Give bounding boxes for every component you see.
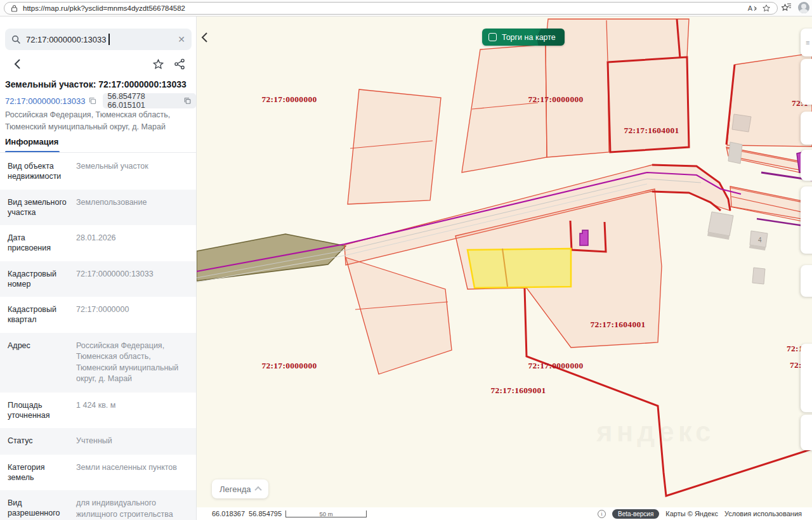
map-statusbar: 66.018367 56.854795 50 m i Beta-версия К… — [197, 507, 812, 520]
info-row: Вид земельного участкаЗемлепользование — [0, 190, 197, 226]
info-row-label: Категория земель — [8, 462, 67, 483]
info-row-label: Кадастровый квартал — [8, 304, 67, 325]
info-row: Площадь уточненная1 424 кв. м — [0, 393, 197, 429]
tab-information[interactable]: Информация — [5, 137, 58, 152]
map-control-button[interactable] — [801, 112, 812, 145]
building-gray — [752, 268, 765, 284]
info-row-label: Адрес — [8, 341, 67, 385]
map-watermark: яндекс — [596, 416, 715, 448]
cadastral-quarter-label: 72:17:0000000 — [261, 94, 317, 105]
info-row-value: 72:17:0000000:13033 — [76, 269, 189, 290]
info-row-value: 28.01.2026 — [76, 233, 189, 254]
terms-link[interactable]: Условия использования — [724, 510, 802, 517]
map-control-button[interactable] — [801, 344, 812, 412]
search-icon — [11, 35, 21, 44]
info-row-label: Вид объекта недвижимости — [8, 161, 67, 182]
info-icon[interactable]: i — [598, 510, 606, 518]
legend-button[interactable]: Легенда — [212, 479, 268, 498]
favorite-star-icon[interactable] — [762, 4, 771, 13]
parcel-title: Земельный участок: 72:17:0000000:13033 — [5, 79, 195, 89]
cursor-coordinates: 66.018367 56.854795 — [212, 510, 282, 517]
chevron-up-icon — [255, 486, 262, 493]
info-row-value: 72:17:0000000 — [76, 304, 189, 325]
building-beige — [732, 114, 751, 132]
tab-bar: Информация — [0, 136, 197, 152]
cadastral-quarter-label: 72:17:0000000 — [528, 94, 583, 105]
search-box[interactable]: ✕ — [5, 29, 192, 50]
share-icon[interactable] — [171, 56, 188, 72]
map-control-button[interactable] — [801, 59, 812, 105]
cadastral-quarter-label: 72:17:0000000 — [528, 361, 583, 371]
text-caret — [108, 34, 110, 45]
parcel-address: Российская Федерация, Тюменская область,… — [5, 109, 190, 134]
info-row: Вид разрешенного использованиядля индиви… — [0, 490, 197, 520]
info-row-label: Вид земельного участка — [8, 197, 67, 218]
cadastral-map-layer: 4 — [197, 16, 812, 520]
info-row-value: 1 424 кв. м — [76, 400, 189, 421]
copy-icon[interactable] — [184, 97, 191, 105]
info-row-value: Учтенный — [76, 436, 189, 447]
clear-search-icon[interactable]: ✕ — [178, 35, 185, 44]
map-control-button[interactable] — [801, 150, 812, 181]
info-row: Кадастровый номер72:17:0000000:13033 — [0, 261, 197, 297]
cadastral-quarter-boundary[interactable] — [608, 57, 689, 152]
cadastral-quarter-label: 72:17:1604001 — [590, 320, 645, 330]
info-row-label: Площадь уточненная — [8, 400, 67, 421]
info-row: Категория земельЗемли населенных пунктов — [0, 455, 197, 491]
building-number-label: 4 — [758, 237, 762, 244]
parcel[interactable] — [462, 44, 547, 172]
info-row: Кадастровый квартал72:17:0000000 — [0, 297, 197, 333]
profile-avatar[interactable] — [798, 2, 809, 13]
info-row-value: Землепользование — [76, 197, 189, 218]
info-row: СтатусУчтенный — [0, 428, 197, 455]
parcel[interactable] — [346, 257, 452, 374]
lock-icon — [11, 4, 18, 12]
selected-parcel-highlight[interactable] — [468, 249, 571, 288]
coordinates-chip[interactable]: 56.854778 66.015101 — [103, 93, 196, 108]
info-row: АдресРоссийская Федерация, Тюменская обл… — [0, 333, 197, 393]
info-table: Вид объекта недвижимостиЗемельный участо… — [0, 153, 197, 520]
map-control-button[interactable] — [801, 265, 812, 297]
url-text: https://map.ru/pkk?ysclid=mnms4dyzdt5667… — [23, 4, 743, 12]
sidebar-panel: ✕ Земельный участок: 72:17:0000000:13033… — [0, 16, 197, 520]
info-row: Вид объекта недвижимостиЗемельный участо… — [0, 153, 197, 190]
read-aloud-icon[interactable]: A — [748, 4, 757, 12]
copy-icon[interactable] — [89, 97, 96, 105]
building-gray — [708, 212, 733, 236]
divider — [0, 152, 197, 153]
cadastral-number-link[interactable]: 72:17:0000000:13033 — [5, 96, 96, 106]
map-control-button[interactable] — [801, 186, 812, 254]
info-row-value: для индивидуального жилищного строительс… — [76, 498, 189, 520]
collections-icon[interactable] — [782, 3, 792, 13]
info-row-label: Кадастровый номер — [8, 269, 67, 290]
browser-topbar: https://map.ru/pkk?ysclid=mnms4dyzdt5667… — [0, 0, 812, 16]
building-gray — [728, 142, 742, 164]
auctions-checkbox[interactable] — [488, 33, 497, 41]
search-input[interactable] — [26, 35, 173, 44]
map-control-button[interactable] — [801, 415, 812, 450]
parcel[interactable] — [348, 89, 441, 204]
info-row-value: Земельный участок — [76, 161, 189, 182]
info-row-label: Дата присвоения — [8, 233, 67, 254]
auctions-toggle-button[interactable]: Торги на карте — [482, 29, 565, 46]
map-copyright[interactable]: Карты © Яндекс — [665, 510, 718, 517]
info-row-label: Вид разрешенного использования — [8, 498, 67, 520]
beta-badge: Beta-версия — [612, 509, 659, 519]
map-control-button[interactable]: ≡ — [801, 29, 812, 56]
cadastral-quarter-label: 72:17:1609001 — [490, 386, 546, 396]
scale-bar: 50 m — [285, 510, 367, 517]
cadastral-quarter-label: 72:17:1604001 — [624, 126, 679, 136]
sidebar-collapse-chevron[interactable] — [200, 32, 211, 43]
info-row-value: Земли населенных пунктов — [76, 462, 189, 483]
info-row: Дата присвоения28.01.2026 — [0, 225, 197, 261]
cadastral-quarter-label: 72:17:0000000 — [261, 361, 317, 371]
bookmark-star-icon[interactable] — [150, 56, 166, 72]
map-canvas[interactable]: 4 яндекс 72:17:000000072:17:000000072:17… — [197, 16, 812, 520]
info-row-value: Российская Федерация, Тюменская область,… — [76, 341, 189, 385]
info-row-label: Статус — [8, 436, 67, 447]
address-bar[interactable]: https://map.ru/pkk?ysclid=mnms4dyzdt5667… — [4, 2, 778, 15]
back-button[interactable] — [9, 56, 25, 72]
